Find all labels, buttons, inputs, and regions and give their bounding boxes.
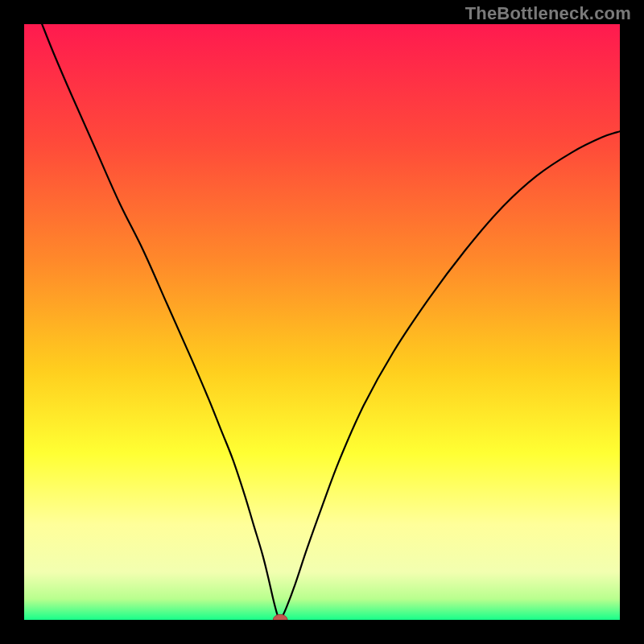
plot-area [24, 24, 620, 620]
gradient-background [24, 24, 620, 620]
chart-svg [24, 24, 620, 620]
outer-frame: TheBottleneck.com [0, 0, 644, 644]
watermark-text: TheBottleneck.com [465, 3, 631, 24]
